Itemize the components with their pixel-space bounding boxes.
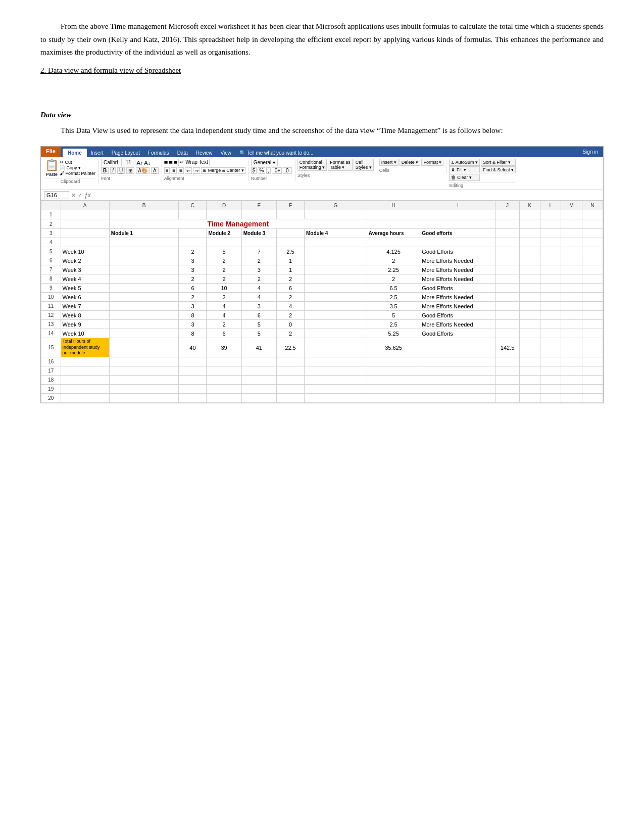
formula-bar-input[interactable] xyxy=(93,192,600,199)
row-num[interactable]: 16 xyxy=(41,357,61,366)
dec-inc-button[interactable]: .0+ xyxy=(272,167,282,174)
row-num[interactable]: 11 xyxy=(41,302,61,311)
align-center-button[interactable]: ≡ xyxy=(171,167,177,174)
row-num[interactable]: 10 xyxy=(41,293,61,302)
col-header-j[interactable]: J xyxy=(496,201,520,210)
fill-button[interactable]: ⬇ Fill ▾ xyxy=(449,166,480,173)
align-top-button[interactable]: ≡ xyxy=(164,159,168,166)
data-tab[interactable]: Data xyxy=(173,149,192,157)
row-num[interactable]: 1 xyxy=(41,210,61,219)
number-format[interactable]: General ▾ xyxy=(251,159,278,166)
align-left-button[interactable]: ≡ xyxy=(164,167,170,174)
col-header-m[interactable]: M xyxy=(561,201,582,210)
sign-in[interactable]: Sign in xyxy=(577,148,603,156)
row-num[interactable]: 5 xyxy=(41,247,61,256)
col-header-c[interactable]: C xyxy=(179,201,207,210)
tell-me[interactable]: 🔍 Tell me what you want to do... xyxy=(235,149,317,157)
table-row: 19 xyxy=(41,385,603,394)
row-num[interactable]: 7 xyxy=(41,265,61,274)
wrap-text-button[interactable]: ↵ Wrap Text xyxy=(178,159,209,166)
percent-button[interactable]: % xyxy=(258,167,265,174)
col-header-h[interactable]: H xyxy=(367,201,420,210)
row-num[interactable]: 18 xyxy=(41,376,61,385)
name-box[interactable] xyxy=(44,191,69,199)
format-as-table-button[interactable]: Format asTable ▾ xyxy=(328,159,353,171)
align-middle-button[interactable]: ≡ xyxy=(169,159,173,166)
dec-dec-button[interactable]: .0- xyxy=(283,167,292,174)
align-bottom-button[interactable]: ≡ xyxy=(174,159,178,166)
delete-button[interactable]: Delete ▾ xyxy=(400,159,421,166)
insert-tab[interactable]: Insert xyxy=(87,149,108,157)
format-painter-button[interactable]: 🖌 Format Painter xyxy=(60,171,95,176)
confirm-formula-icon[interactable]: ✓ xyxy=(78,192,82,199)
row-num[interactable]: 14 xyxy=(41,329,61,338)
grid-wrapper: A B C D E F G H I J K L M N xyxy=(41,201,603,403)
font-grow-icon[interactable]: A↑ xyxy=(136,160,143,166)
col-header-a[interactable]: A xyxy=(61,201,109,210)
italic-button[interactable]: I xyxy=(110,167,116,174)
comma-button[interactable]: , xyxy=(266,167,271,174)
row-num[interactable]: 3 xyxy=(41,229,61,238)
row-num[interactable]: 19 xyxy=(41,385,61,394)
data-view-subheading: Data view xyxy=(40,111,604,119)
fill-color-button[interactable]: A🎨 xyxy=(136,167,150,174)
row-num[interactable]: 13 xyxy=(41,320,61,329)
bold-button[interactable]: B xyxy=(101,167,109,174)
border-button[interactable]: ⊞ xyxy=(126,167,134,174)
view-tab[interactable]: View xyxy=(217,149,236,157)
clear-button[interactable]: 🗑 Clear ▾ xyxy=(449,174,480,181)
table-row: 9 Week 5 6 10 4 6 6.5 Good Efforts xyxy=(41,284,603,293)
underline-button[interactable]: U xyxy=(117,167,125,174)
row-num[interactable]: 12 xyxy=(41,311,61,320)
row-num[interactable]: 17 xyxy=(41,366,61,376)
formulas-tab[interactable]: Formulas xyxy=(144,149,173,157)
indent-inc-button[interactable]: ⇒ xyxy=(193,167,200,174)
cancel-formula-icon[interactable]: ✕ xyxy=(71,192,76,199)
table-row: 14 Week 10 8 6 5 2 5.25 Good Efforts xyxy=(41,329,603,338)
page-layout-tab[interactable]: Page Layout xyxy=(108,149,144,157)
row-num[interactable]: 4 xyxy=(41,238,61,247)
row-num[interactable]: 15 xyxy=(41,338,61,357)
paste-button[interactable]: 📋 Paste xyxy=(45,159,59,177)
col-header-l[interactable]: L xyxy=(540,201,561,210)
align-right-button[interactable]: ≡ xyxy=(178,167,184,174)
sort-filter-button[interactable]: Sort & Filter ▾ xyxy=(481,159,516,166)
currency-button[interactable]: $ xyxy=(251,167,257,174)
copy-button[interactable]: 📄 Copy ▾ xyxy=(60,165,95,170)
row-num[interactable]: 6 xyxy=(41,256,61,265)
format-button[interactable]: Format ▾ xyxy=(421,159,443,166)
col-header-g[interactable]: G xyxy=(305,201,367,210)
table-row: 16 xyxy=(41,357,603,366)
autosum-button[interactable]: Σ AutoSum ▾ xyxy=(449,159,480,166)
col-header-f[interactable]: F xyxy=(276,201,304,210)
row-num[interactable]: 8 xyxy=(41,274,61,284)
col-header-k[interactable]: K xyxy=(519,201,540,210)
col-header-e[interactable]: E xyxy=(241,201,276,210)
row-num[interactable]: 2 xyxy=(41,219,61,229)
col-header-d[interactable]: D xyxy=(207,201,241,210)
conditional-formatting-button[interactable]: ConditionalFormatting ▾ xyxy=(298,159,327,171)
row-num[interactable]: 9 xyxy=(41,284,61,293)
col-header-b[interactable]: B xyxy=(109,201,179,210)
row-num[interactable]: 20 xyxy=(41,394,61,403)
col-header-n[interactable]: N xyxy=(582,201,603,210)
spreadsheet-title[interactable]: Time Management xyxy=(109,219,367,229)
file-tab[interactable]: File xyxy=(41,147,61,157)
merge-center-button[interactable]: ⊞ Merge & Center ▾ xyxy=(201,167,245,174)
indent-dec-button[interactable]: ⇐ xyxy=(185,167,192,174)
font-shrink-icon[interactable]: A↓ xyxy=(144,160,151,166)
font-name[interactable]: Calibri xyxy=(101,159,120,166)
font-size[interactable]: 11 xyxy=(121,159,135,166)
insert-function-icon[interactable]: ƒx xyxy=(84,192,91,199)
insert-button[interactable]: Insert ▾ xyxy=(379,159,399,166)
paragraph-1: From the above Time management Microsoft… xyxy=(40,20,604,59)
home-tab[interactable]: Home xyxy=(63,149,87,157)
cut-button[interactable]: ✂ Cut xyxy=(60,160,95,165)
font-color-button[interactable]: A xyxy=(151,167,159,174)
col-header-i[interactable]: I xyxy=(420,201,496,210)
review-tab[interactable]: Review xyxy=(192,149,217,157)
table-row: 12 Week 8 8 4 6 2 5 Good Efforts xyxy=(41,311,603,320)
table-row: 17 xyxy=(41,366,603,376)
cell-styles-button[interactable]: CellStyles ▾ xyxy=(354,159,374,171)
find-select-button[interactable]: Find & Select ▾ xyxy=(481,166,516,173)
